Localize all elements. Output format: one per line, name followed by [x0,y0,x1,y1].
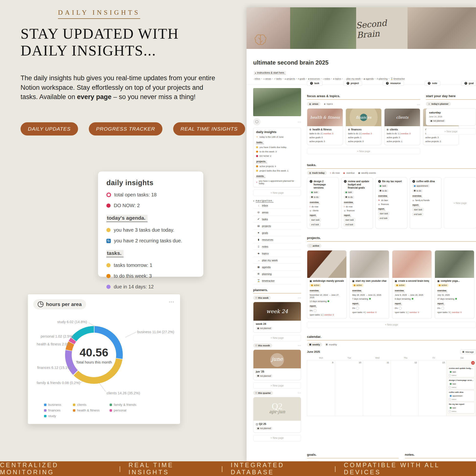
more-icon[interactable]: ⋯ [169,299,175,305]
new-page-button[interactable]: + New page [307,148,420,154]
new-page-button[interactable]: + New page [426,128,476,135]
new-page-button[interactable]: + New page [253,382,301,389]
quicklink-areas[interactable]: areas [265,77,271,80]
checkbox-icon[interactable] [449,374,451,376]
add-goal-button[interactable]: +goal [461,81,476,86]
calendar-event[interactable]: coffee with dina appointment status [447,390,475,401]
more-icon[interactable]: ⋯ [298,296,301,300]
tab-areas[interactable]: ◎areas [307,102,321,106]
manage-button[interactable]: ▦Manage [460,350,476,354]
checkbox-icon[interactable] [449,398,451,400]
quicklink-notes[interactable]: notes [324,77,330,80]
more-icon[interactable]: ⋯ [298,391,301,395]
project-card-webdesign[interactable]: ▤webdesign mandy gonzalez active overvie… [307,250,347,319]
new-page-button[interactable]: + New page [253,189,301,196]
calendar-cell-tue[interactable]: 10 [335,360,363,416]
tab-weekly-events[interactable]: ▦weekly events [358,171,376,174]
brain-avatar-icon[interactable] [253,118,260,125]
sidebar-item-timetracker[interactable]: ⌛timetracker [253,277,301,284]
quicklink-inbox[interactable]: inbox [255,77,260,80]
task-card-budget[interactable]: ✓review and update budget and financial … [341,177,373,229]
calendar-cell-fri[interactable]: 13 [419,360,446,416]
tab-this-month[interactable]: ∷this month [253,343,272,348]
quarter-planner-card[interactable]: Q2 apr-jun ▢Q2 25 not planned [253,397,301,433]
quicklink-timetracker[interactable]: timetracker [393,77,405,80]
add-task-button[interactable]: +task [307,81,323,86]
area-card-health[interactable]: health & fitness ◎health & fitness tasks… [307,108,343,145]
quicklink-projects[interactable]: projects [287,77,295,80]
gray-dot-icon [257,327,259,329]
start-task-button[interactable]: start task [412,208,424,211]
quicklink-goals[interactable]: goals [300,77,305,80]
tab-this-quarter[interactable]: ∷this quarter [253,391,273,395]
project-card-template[interactable]: ▤create a second brain template active o… [392,250,432,319]
sidebar-item-inbox[interactable]: ↓inbox [253,202,301,209]
sidebar-item-tasks[interactable]: ✔tasks [253,216,301,222]
quicklink-tasks[interactable]: tasks [276,77,282,80]
chart-title-pill[interactable]: hours per area [33,299,86,309]
tab-track-today[interactable]: ◷track today [307,171,327,175]
tab-topics[interactable]: ◈topics [324,102,333,105]
checkbox-icon[interactable] [449,410,451,412]
calendar-event[interactable]: design 2 homepage versi... task status [447,378,475,390]
tab-overdue[interactable]: ▣overdue [343,171,355,174]
new-page-button[interactable]: + New page [253,435,301,441]
sidebar-item-areas[interactable]: ◎areas [253,209,301,216]
quicklink-plan-my-week[interactable]: plan my week [346,77,360,80]
area-card-finances[interactable]: finances ◎finances tasks to do: 2 | over… [346,108,382,145]
calendar-cell-wed[interactable]: 11 [363,360,391,416]
tab-do-now[interactable]: !do now [330,171,340,174]
today-card[interactable]: saturday June 14, 2025 not planned [426,108,476,125]
quicklink-topics[interactable]: topics [335,77,341,80]
sidebar-item-agenda[interactable]: ▦agenda [253,264,301,271]
area-card-clients[interactable]: clients ◎clients tasks to do: 1 | overdu… [384,108,420,145]
project-card-youtube[interactable]: ▤start my own youtube channel active ove… [350,250,389,319]
tab-todays-planner[interactable]: ☺today's planner [426,102,451,106]
calendar-cell-mon[interactable]: 9 [307,360,335,416]
more-icon[interactable]: ⋯ [298,344,301,347]
new-page-card[interactable]: + New page [444,177,476,229]
add-note-button[interactable]: +note [425,81,440,86]
quicklink-agenda[interactable]: agenda [366,77,374,80]
sidebar-item-notes[interactable]: ▯notes [253,243,301,250]
tab-weekly[interactable]: ▦weekly [307,342,322,347]
new-page-button[interactable]: + New page [307,322,476,328]
month-planner-card[interactable]: june jun '25 not planned [253,350,301,380]
calendar-event[interactable]: file my tax report task status [447,402,475,413]
task-card-coffee[interactable]: ✓coffee with dina appointment to do over… [410,177,442,229]
quicklink-planning[interactable]: planning [379,77,388,80]
quicklink-resources[interactable]: resources [310,77,320,80]
sidebar-item-topics[interactable]: ◈topics [253,250,301,257]
add-project-button[interactable]: +project [343,81,362,86]
week-planner-card[interactable]: week 24 week 24 not planned [253,302,301,333]
sidebar-item-projects[interactable]: ▤projects [253,222,301,229]
goals-heading: goals. [307,453,399,457]
tab-this-week[interactable]: ∷this week [253,296,271,300]
start-task-button[interactable]: start task [310,218,321,221]
add-resource-button[interactable]: +resource [383,81,404,86]
start-task-button[interactable]: start task [378,212,390,215]
more-icon[interactable]: ⋯ [417,103,420,106]
end-task-button[interactable]: end task [310,223,321,226]
instructions-toggle[interactable]: ▸instructions & start here. [254,71,286,75]
sidebar-item-planning[interactable]: ⚙planning [253,271,301,277]
end-task-button[interactable]: end task [378,217,389,220]
sidebar-item-resources[interactable]: ▮resources [253,236,301,243]
checkbox-icon[interactable] [449,386,451,388]
new-page-button[interactable]: + New page [253,335,301,341]
end-task-button[interactable]: end task [412,213,423,216]
sidebar-item-goals[interactable]: ♥goals [253,229,301,236]
sidebar-item-plan-my-week[interactable]: →plan my week [253,257,301,264]
calendar-event[interactable]: review and update budg... task status [447,366,475,377]
calendar-cell-thu[interactable]: 12 [391,360,419,416]
calendar-cell-sat-today[interactable]: 14 review and update budg... task status… [446,360,476,416]
more-icon[interactable]: ⋯ [298,120,301,124]
tab-active[interactable]: active [307,244,322,248]
project-card-yoga[interactable]: ▤complete yoga... active overview. July … [435,250,474,319]
end-task-button[interactable]: end task [344,223,355,226]
start-task-button[interactable]: start task [344,218,355,221]
task-card-tax[interactable]: ✓file my tax report task to do overview.… [375,177,407,229]
navigation-header[interactable]: ▾navigation. [253,199,301,202]
task-card-design[interactable]: ✓design 2 homepage versions task to do o… [307,177,339,229]
tab-monthly[interactable]: ▦monthly [325,343,337,346]
